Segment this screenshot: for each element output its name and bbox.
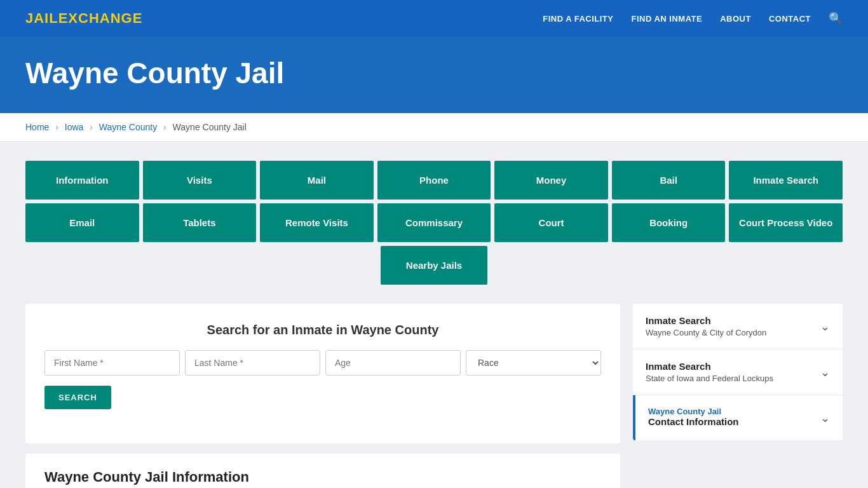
chevron-down-icon-1: ⌄ [820,320,830,334]
btn-email[interactable]: Email [25,203,139,242]
btn-court[interactable]: Court [494,203,608,242]
sidebar-item-title-1: Inmate Search [646,315,766,326]
main-nav: FIND A FACILITY FIND AN INMATE ABOUT CON… [543,11,843,25]
info-title: Wayne County Jail Information [44,469,601,485]
sidebar-item-text-1: Inmate Search Wayne County & City of Cor… [646,315,766,337]
nav-buttons-row2: Email Tablets Remote Visits Commissary C… [25,203,843,242]
sidebar-item-contact-info[interactable]: Wayne County Jail Contact Information ⌄ [633,395,843,440]
nav-find-facility[interactable]: FIND A FACILITY [543,14,613,24]
nav-about[interactable]: ABOUT [720,14,751,24]
btn-nearby-jails[interactable]: Nearby Jails [381,246,487,285]
nav-buttons-row1: Information Visits Mail Phone Money Bail… [25,161,843,200]
breadcrumb-sep-2: › [90,122,93,132]
search-card: Search for an Inmate in Wayne County Rac… [25,304,620,444]
chevron-down-icon-2: ⌄ [820,365,830,379]
main-content: Information Visits Mail Phone Money Bail… [0,142,868,488]
site-header: JAILEXCHANGE FIND A FACILITY FIND AN INM… [0,0,868,37]
search-button[interactable]: SEARCH [44,386,111,409]
search-icon[interactable]: 🔍 [829,11,843,25]
nav-buttons-row3: Nearby Jails [25,246,843,285]
breadcrumb-sep-1: › [55,122,58,132]
breadcrumb-current: Wayne County Jail [173,122,247,132]
sidebar-card: Inmate Search Wayne County & City of Cor… [633,304,843,440]
breadcrumb-iowa[interactable]: Iowa [65,122,84,132]
btn-court-process-video[interactable]: Court Process Video [729,203,843,242]
first-name-input[interactable] [44,350,180,376]
sidebar-item-inmate-search-county[interactable]: Inmate Search Wayne County & City of Cor… [633,304,843,349]
nav-find-inmate[interactable]: FIND AN INMATE [631,14,702,24]
btn-money[interactable]: Money [494,161,608,200]
page-title: Wayne County Jail [25,56,843,90]
breadcrumb-wayne-county[interactable]: Wayne County [99,122,157,132]
site-logo[interactable]: JAILEXCHANGE [25,10,142,27]
sidebar-item-subtitle-1: Wayne County & City of Corydon [646,328,766,337]
btn-bail[interactable]: Bail [612,161,726,200]
content-area: Search for an Inmate in Wayne County Rac… [25,304,843,488]
search-title: Search for an Inmate in Wayne County [44,323,601,337]
nav-contact[interactable]: CONTACT [769,14,811,24]
btn-commissary[interactable]: Commissary [377,203,491,242]
sidebar-item-subtitle-3: Contact Information [648,416,739,427]
chevron-down-icon-3: ⌄ [820,411,830,425]
sidebar-item-title-2: Inmate Search [646,361,773,372]
age-input[interactable] [325,350,461,376]
sidebar-item-text-3: Wayne County Jail Contact Information [648,407,739,429]
logo-exchange: EXCHANGE [58,10,143,26]
search-fields: Race White Black Hispanic Asian Other [44,350,601,376]
btn-remote-visits[interactable]: Remote Visits [260,203,374,242]
btn-mail[interactable]: Mail [260,161,374,200]
btn-phone[interactable]: Phone [377,161,491,200]
hero-section: Wayne County Jail [0,37,868,113]
btn-inmate-search[interactable]: Inmate Search [729,161,843,200]
info-section: Wayne County Jail Information [25,454,620,488]
sidebar-item-title-3: Wayne County Jail [648,407,739,416]
btn-visits[interactable]: Visits [143,161,257,200]
breadcrumb-home[interactable]: Home [25,122,49,132]
sidebar-item-subtitle-2: State of Iowa and Federal Lockups [646,374,773,383]
sidebar-item-inmate-search-state[interactable]: Inmate Search State of Iowa and Federal … [633,349,843,395]
race-select[interactable]: Race White Black Hispanic Asian Other [466,350,601,376]
breadcrumb: Home › Iowa › Wayne County › Wayne Count… [0,113,868,142]
btn-booking[interactable]: Booking [612,203,726,242]
logo-jail: JAIL [25,10,58,26]
sidebar-item-text-2: Inmate Search State of Iowa and Federal … [646,361,773,383]
breadcrumb-sep-3: › [163,122,166,132]
sidebar: Inmate Search Wayne County & City of Cor… [633,304,843,440]
btn-tablets[interactable]: Tablets [143,203,257,242]
last-name-input[interactable] [185,350,320,376]
btn-information[interactable]: Information [25,161,139,200]
